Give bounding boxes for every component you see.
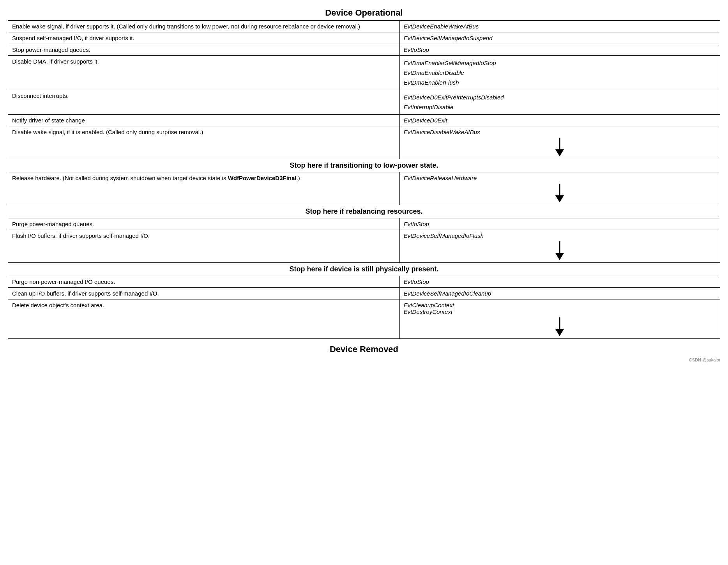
table-row: Stop power-managed queues. EvtIoStop (8, 44, 720, 56)
callback-item: EvtCleanupContext (404, 302, 716, 308)
section-header: Stop here if rebalancing resources. (8, 205, 720, 218)
right-cell: EvtDeviceSelfManagedIoSuspend (399, 32, 720, 44)
table-row: Suspend self-managed I/O, if driver supp… (8, 32, 720, 44)
table-row: Enable wake signal, if driver supports i… (8, 21, 720, 32)
right-multi: EvtDmaEnablerSelfManagedIoStop EvtDmaEna… (404, 58, 716, 87)
callback-item: EvtDmaEnablerSelfManagedIoStop (404, 58, 716, 68)
left-cell: Stop power-managed queues. (8, 44, 400, 56)
main-table: Enable wake signal, if driver supports i… (8, 20, 720, 339)
right-cell-arrow: EvtDeviceReleaseHardware (399, 172, 720, 205)
table-row: Notify driver of state change EvtDeviceD… (8, 115, 720, 126)
callback-item: EvtInterruptDisable (404, 102, 716, 112)
left-cell: Purge non-power-managed I/O queues. (8, 276, 400, 288)
callback-item: EvtDeviceDisableWakeAtBus (404, 129, 716, 135)
section-header-row: Stop here if rebalancing resources. (8, 205, 720, 218)
right-cell: EvtDeviceEnableWakeAtBus (399, 21, 720, 32)
left-cell: Clean up I/O buffers, if driver supports… (8, 288, 400, 299)
right-cell: EvtIoStop (399, 276, 720, 288)
section-header-row: Stop here if device is still physically … (8, 263, 720, 276)
callback-item: EvtDeviceReleaseHardware (404, 175, 716, 181)
page-footer: Device Removed (8, 339, 720, 356)
table-row: Purge non-power-managed I/O queues. EvtI… (8, 276, 720, 288)
page-title: Device Operational (8, 4, 720, 20)
table-row: Disable wake signal, if it is enabled. (… (8, 126, 720, 159)
left-cell: Disable wake signal, if it is enabled. (… (8, 126, 400, 159)
svg-marker-1 (555, 149, 564, 156)
callback-item: EvtDestroyContext (404, 308, 716, 315)
right-cell: EvtDeviceD0ExitPreInterruptsDisabled Evt… (399, 90, 720, 115)
table-row: Purge power-managed queues. EvtIoStop (8, 218, 720, 230)
right-cell: EvtIoStop (399, 44, 720, 56)
section-header: Stop here if transitioning to low-power … (8, 159, 720, 172)
table-row: Disconnect interrupts. EvtDeviceD0ExitPr… (8, 90, 720, 115)
section-header: Stop here if device is still physically … (8, 263, 720, 276)
callback-item: EvtDmaEnablerFlush (404, 78, 716, 87)
right-cell-arrow: EvtCleanupContext EvtDestroyContext (399, 299, 720, 339)
left-cell: Release hardware. (Not called during sys… (8, 172, 400, 205)
bold-term: WdfPowerDeviceD3Final (228, 175, 297, 181)
table-row: Disable DMA, if driver supports it. EvtD… (8, 56, 720, 90)
watermark: CSDN @sukalot (8, 356, 720, 362)
left-cell: Purge power-managed queues. (8, 218, 400, 230)
down-arrow-icon (555, 317, 565, 336)
table-row: Flush I/O buffers, if driver supports se… (8, 230, 720, 263)
right-multi: EvtDeviceD0ExitPreInterruptsDisabled Evt… (404, 92, 716, 112)
table-row: Release hardware. (Not called during sys… (8, 172, 720, 205)
left-cell: Enable wake signal, if driver supports i… (8, 21, 400, 32)
right-cell-arrow: EvtDeviceSelfManagedIoFlush (399, 230, 720, 263)
table-row: Clean up I/O buffers, if driver supports… (8, 288, 720, 299)
left-cell: Disable DMA, if driver supports it. (8, 56, 400, 90)
down-arrow-icon (555, 138, 565, 156)
left-cell: Disconnect interrupts. (8, 90, 400, 115)
right-cell: EvtDeviceD0Exit (399, 115, 720, 126)
callback-item: EvtDeviceSelfManagedIoFlush (404, 232, 716, 239)
right-cell: EvtDeviceSelfManagedIoCleanup (399, 288, 720, 299)
callback-item: EvtDeviceD0ExitPreInterruptsDisabled (404, 92, 716, 102)
svg-marker-7 (555, 329, 564, 336)
section-header-row: Stop here if transitioning to low-power … (8, 159, 720, 172)
right-cell: EvtDmaEnablerSelfManagedIoStop EvtDmaEna… (399, 56, 720, 90)
svg-marker-5 (555, 253, 564, 260)
right-cell: EvtIoStop (399, 218, 720, 230)
down-arrow-icon (555, 184, 565, 202)
left-cell: Delete device object's context area. (8, 299, 400, 339)
table-row: Delete device object's context area. Evt… (8, 299, 720, 339)
down-arrow-icon (555, 241, 565, 260)
callback-item: EvtDmaEnablerDisable (404, 68, 716, 78)
right-cell-arrow: EvtDeviceDisableWakeAtBus (399, 126, 720, 159)
svg-marker-3 (555, 195, 564, 202)
left-cell: Flush I/O buffers, if driver supports se… (8, 230, 400, 263)
left-cell: Notify driver of state change (8, 115, 400, 126)
left-cell: Suspend self-managed I/O, if driver supp… (8, 32, 400, 44)
